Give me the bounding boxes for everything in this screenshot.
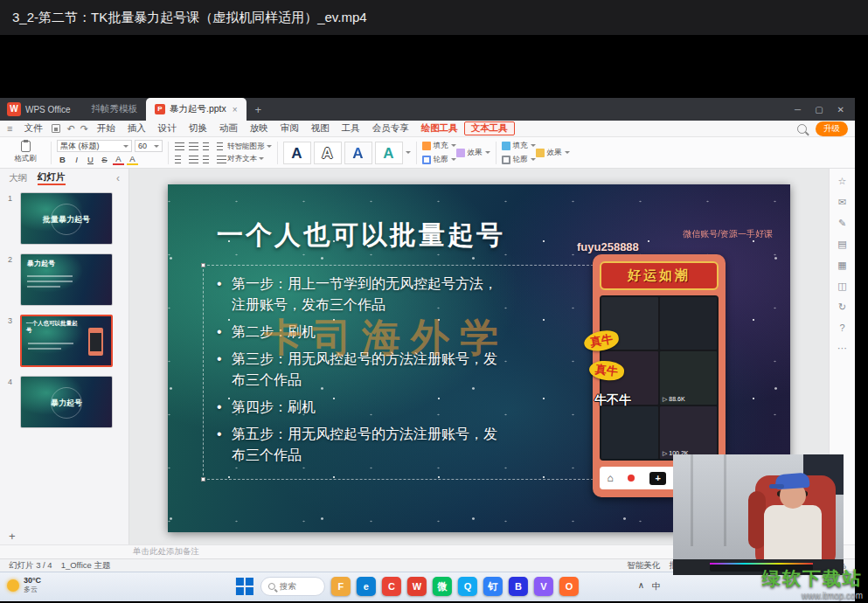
menu-animation[interactable]: 动画 [213, 122, 244, 135]
new-tab-button[interactable]: + [255, 103, 262, 116]
slide-thumbnail-4[interactable]: 暴力起号 [20, 376, 113, 428]
taskbar-search[interactable]: 搜索 [260, 577, 325, 596]
undo-icon[interactable]: ↶ [64, 123, 77, 135]
hamburger-icon[interactable]: ≡ [7, 123, 12, 134]
taskbar-weather[interactable]: 30°C 多云 [7, 576, 41, 594]
tab-outline[interactable]: 大纲 [9, 172, 27, 184]
layout-icon[interactable]: ▤ [837, 239, 846, 250]
app-icon-files[interactable]: F [331, 577, 351, 596]
slide-thumbnail-1[interactable]: 批量暴力起号 [20, 192, 113, 245]
thumbnail-row: 1 批量暴力起号 [0, 188, 128, 249]
align-left-icon[interactable] [174, 154, 185, 165]
add-slide-button[interactable]: + [9, 530, 16, 543]
collapse-panel-icon[interactable]: ‹ [116, 172, 120, 184]
text-fill-button[interactable]: 填充 [422, 140, 456, 152]
format-painter-button[interactable]: 格式刷 [5, 141, 45, 164]
smart-beautify-button[interactable]: 智能美化 [627, 560, 660, 572]
menu-file[interactable]: 文件 [17, 122, 48, 135]
search-icon[interactable] [797, 124, 807, 134]
refresh-icon[interactable]: ↻ [838, 302, 846, 313]
maximize-icon[interactable]: ▢ [815, 105, 823, 114]
shape-effect-button[interactable]: 效果 [536, 147, 570, 159]
video-tile: ▷ 88.6K [660, 351, 717, 404]
text-outline-button[interactable]: 轮廓 [422, 154, 456, 166]
close-icon[interactable]: ✕ [837, 105, 844, 114]
menu-member[interactable]: 会员专享 [366, 122, 415, 135]
selection-handle[interactable] [201, 263, 205, 267]
font-color-button[interactable]: A [113, 154, 124, 165]
app-icon-wps[interactable]: W [407, 577, 427, 596]
edit-icon[interactable]: ✎ [838, 218, 846, 229]
start-button[interactable] [235, 577, 254, 596]
doc-tab-active[interactable]: P 暴力起号.pptx × [146, 98, 247, 121]
help-icon[interactable]: ? [839, 322, 844, 333]
menu-transition[interactable]: 切换 [183, 122, 213, 135]
close-tab-icon[interactable]: × [233, 105, 238, 114]
menu-design[interactable]: 设计 [152, 122, 183, 135]
line-spacing-icon[interactable] [216, 154, 227, 165]
indent-icon[interactable] [216, 141, 227, 152]
divider [277, 142, 278, 164]
tab-slides[interactable]: 幻灯片 [38, 171, 66, 185]
align-right-icon[interactable] [202, 154, 213, 165]
app-icon-browser[interactable]: B [509, 577, 528, 596]
align-text-button[interactable]: 对齐文本 [227, 154, 272, 164]
align-center-icon[interactable] [188, 154, 199, 165]
app-icon-chrome[interactable]: C [382, 577, 401, 596]
slide-thumbnail-3-selected[interactable]: 一个人也可以批量起号 [20, 315, 113, 367]
font-size-select[interactable]: 60 [135, 140, 163, 152]
app-icon-edge[interactable]: e [357, 577, 376, 596]
upgrade-button[interactable]: 升级 [816, 121, 848, 136]
wordart-preset-2[interactable]: A [314, 142, 342, 164]
strikethrough-button[interactable]: S [99, 154, 110, 165]
app-icon-video[interactable]: V [534, 577, 553, 596]
menu-home[interactable]: 开始 [91, 122, 122, 135]
chevron-down-icon [259, 157, 264, 160]
bullet-list-icon[interactable] [174, 141, 185, 152]
slide-bullets[interactable]: 第一步：用上一节学到的无风控起号方法，注册账号，发布三个作品 第二步：刷机 第三… [217, 274, 505, 472]
underline-button[interactable]: U [85, 154, 96, 165]
shape-outline-button[interactable]: 轮廓 [502, 154, 536, 166]
shape-fill-button[interactable]: 填充 [502, 140, 536, 152]
slide-counter: 幻灯片 3 / 4 [9, 560, 52, 572]
redo-icon[interactable]: ↷ [78, 123, 91, 135]
menu-draw-tools[interactable]: 绘图工具 [415, 122, 464, 135]
menu-text-tools[interactable]: 文本工具 [464, 121, 515, 135]
app-icon-dingtalk[interactable]: 钉 [483, 577, 503, 596]
italic-button[interactable]: I [71, 154, 82, 165]
doc-tab-template[interactable]: 抖帧秀模板 [83, 98, 147, 121]
menu-tools[interactable]: 工具 [336, 122, 366, 135]
font-name-select[interactable]: 黑体 (标题) [57, 140, 132, 152]
menu-insert[interactable]: 插入 [122, 122, 152, 135]
numbered-list-icon[interactable] [188, 141, 199, 152]
menu-view[interactable]: 视图 [305, 122, 336, 135]
text-effect-button[interactable]: 效果 [456, 147, 490, 159]
wordart-preset-4[interactable]: A [375, 142, 403, 164]
smart-graphic-button[interactable]: 转智能图形 [227, 142, 272, 152]
save-icon[interactable] [52, 124, 60, 133]
app-icon-wechat[interactable]: 微 [433, 577, 452, 596]
mail-icon[interactable]: ✉ [838, 197, 846, 208]
panel-icon[interactable]: ◫ [837, 281, 846, 292]
minimize-icon[interactable]: ─ [795, 105, 801, 114]
favorites-icon[interactable]: ☆ [838, 176, 847, 187]
app-icon-qq[interactable]: Q [458, 577, 477, 596]
more-icon[interactable]: ⋯ [837, 343, 847, 354]
input-method-icon[interactable]: 中 [652, 580, 661, 593]
wordart-preset-3[interactable]: A [344, 142, 372, 164]
bold-button[interactable]: B [57, 154, 68, 165]
search-icon [268, 583, 275, 590]
tray-expand-icon[interactable]: ∧ [638, 580, 644, 593]
menu-slideshow[interactable]: 放映 [244, 122, 274, 135]
chevron-down-icon [485, 151, 490, 154]
app-icon-download[interactable]: O [559, 577, 579, 596]
grid-icon[interactable]: ▦ [837, 260, 846, 271]
outdent-icon[interactable] [202, 141, 213, 152]
chevron-down-icon[interactable] [406, 151, 411, 154]
wordart-preset-1[interactable]: A [283, 142, 311, 164]
highlight-button[interactable]: A [127, 154, 138, 165]
menu-review[interactable]: 审阅 [274, 122, 305, 135]
slide-thumbnail-2[interactable]: 暴力起号 [20, 253, 113, 306]
thumb-title: 暴力起号 [21, 398, 112, 409]
selection-handle[interactable] [201, 477, 205, 482]
